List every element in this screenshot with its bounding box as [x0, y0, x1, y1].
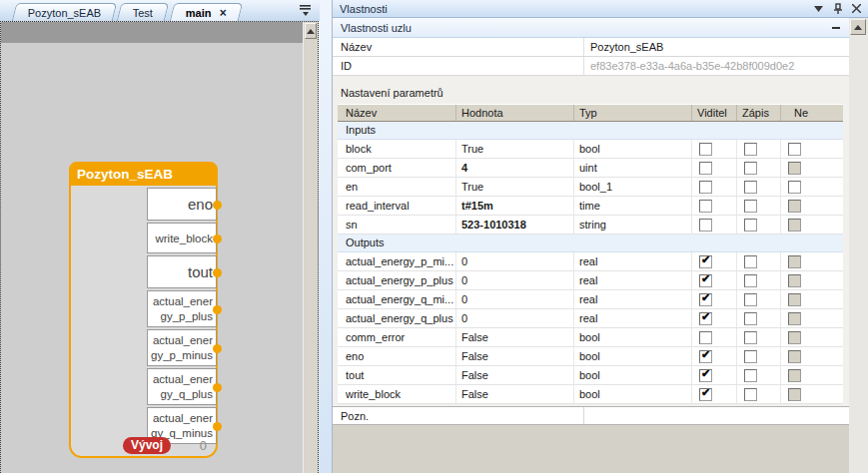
output-pin[interactable] [213, 201, 222, 210]
viditel-checkbox[interactable] [699, 219, 712, 232]
viditel-cell [692, 271, 737, 289]
scroll-up-button[interactable] [305, 23, 317, 39]
viditel-cell [692, 309, 737, 327]
panel-vertical-scrollbar[interactable] [849, 18, 868, 473]
output-pin[interactable] [213, 344, 222, 353]
param-value[interactable]: 0 [456, 309, 574, 327]
zapis-checkbox[interactable] [744, 181, 757, 194]
viditel-checkbox[interactable] [699, 162, 712, 175]
zapis-checkbox[interactable] [744, 293, 757, 306]
tab-strip: Pozyton_sEABTestmain× [0, 0, 320, 21]
zapis-checkbox[interactable] [744, 369, 757, 382]
zapis-checkbox[interactable] [744, 255, 757, 268]
viditel-cell [692, 347, 737, 365]
arrow-up-icon [854, 21, 862, 30]
ne-cell [781, 216, 843, 234]
param-value[interactable]: 0 [456, 271, 574, 289]
arrow-up-icon [307, 25, 315, 34]
viditel-checkbox-checked[interactable] [699, 388, 712, 401]
param-type: bool [574, 385, 692, 403]
ne-cell [781, 271, 843, 289]
viditel-checkbox[interactable] [699, 331, 712, 344]
close-icon[interactable] [850, 2, 863, 15]
viditel-checkbox[interactable] [699, 143, 712, 156]
column-header-název[interactable]: Název [338, 105, 456, 121]
param-value[interactable]: 523-1010318 [456, 216, 574, 234]
scroll-up-button[interactable] [850, 19, 866, 35]
viditel-checkbox-checked[interactable] [699, 369, 712, 382]
zapis-checkbox[interactable] [744, 200, 757, 213]
param-value[interactable]: True [456, 178, 574, 196]
output-pin[interactable] [213, 422, 222, 431]
pin-icon[interactable] [831, 2, 844, 15]
note-value-cell[interactable] [584, 407, 850, 424]
column-header-ne[interactable]: Ne [781, 105, 843, 121]
param-row-eno: enoFalsebool [338, 347, 843, 366]
ne-cell [781, 197, 843, 215]
output-pin[interactable] [213, 268, 222, 277]
diagram-canvas[interactable]: Pozyton_sEAB enowrite_blocktoutactual_en… [0, 21, 319, 473]
param-value[interactable]: 4 [456, 159, 574, 177]
zapis-checkbox[interactable] [744, 274, 757, 287]
ne-checkbox[interactable] [788, 181, 801, 194]
tab-label: Test [133, 7, 153, 19]
zapis-cell [737, 216, 781, 234]
column-header-typ[interactable]: Typ [574, 105, 692, 121]
canvas-vertical-scrollbar[interactable] [303, 22, 318, 473]
param-value[interactable]: False [456, 366, 574, 384]
viditel-checkbox-checked[interactable] [699, 274, 712, 287]
viditel-cell [692, 385, 737, 403]
tab-test[interactable]: Test [117, 3, 170, 21]
field-value[interactable]: Pozyton_sEAB [584, 38, 850, 56]
viditel-checkbox[interactable] [699, 200, 712, 213]
zapis-checkbox[interactable] [744, 219, 757, 232]
param-value[interactable]: False [456, 328, 574, 346]
params-table-body: InputsblockTrueboolcom_port4uintenTruebo… [338, 122, 843, 404]
viditel-checkbox-checked[interactable] [699, 255, 712, 268]
zapis-checkbox[interactable] [744, 312, 757, 325]
zapis-checkbox[interactable] [744, 143, 757, 156]
param-name: write_block [338, 385, 456, 403]
param-row-com_port: com_port4uint [338, 159, 843, 178]
column-header-zápis[interactable]: Zápis [737, 105, 781, 121]
viditel-checkbox-checked[interactable] [699, 350, 712, 363]
function-block[interactable]: Pozyton_sEAB enowrite_blocktoutactual_en… [69, 162, 218, 458]
viditel-cell [692, 290, 737, 308]
param-value[interactable]: True [456, 140, 574, 158]
tab-pozyton_seab[interactable]: Pozyton_sEAB [12, 3, 118, 21]
zapis-checkbox[interactable] [744, 388, 757, 401]
param-value[interactable]: t#15m [456, 197, 574, 215]
viditel-checkbox-checked[interactable] [699, 293, 712, 306]
zapis-cell [737, 252, 781, 270]
viditel-cell [692, 366, 737, 384]
ne-checkbox[interactable] [788, 143, 801, 156]
param-name: actual_energy_p_plus [338, 271, 456, 289]
output-pin[interactable] [213, 235, 222, 243]
tab-close-icon[interactable]: × [219, 8, 226, 18]
zapis-checkbox[interactable] [744, 350, 757, 363]
column-header-viditel[interactable]: Viditel [692, 105, 737, 121]
zapis-cell [737, 271, 781, 289]
param-row-write_block: write_blockFalsebool [338, 385, 843, 404]
param-value[interactable]: False [456, 347, 574, 365]
window-list-button[interactable] [298, 3, 314, 17]
output-pin[interactable] [213, 383, 222, 392]
panel-menu-button[interactable] [812, 2, 825, 15]
zapis-checkbox[interactable] [744, 162, 757, 175]
param-value[interactable]: 0 [456, 290, 574, 308]
param-value[interactable]: 0 [456, 252, 574, 270]
param-type: bool [574, 366, 692, 384]
column-header-hodnota[interactable]: Hodnota [456, 105, 574, 121]
zapis-cell [737, 290, 781, 308]
viditel-checkbox[interactable] [699, 181, 712, 194]
param-name: eno [338, 347, 456, 365]
output-pin[interactable] [213, 305, 222, 314]
ne-checkbox [788, 369, 801, 382]
zapis-checkbox[interactable] [744, 331, 757, 344]
viditel-checkbox-checked[interactable] [699, 312, 712, 325]
param-row-read_interval: read_intervalt#15mtime [338, 197, 843, 216]
collapse-button[interactable] [832, 27, 840, 29]
tab-main[interactable]: main× [169, 3, 242, 21]
param-value[interactable]: False [456, 385, 574, 403]
ne-checkbox [788, 219, 801, 232]
